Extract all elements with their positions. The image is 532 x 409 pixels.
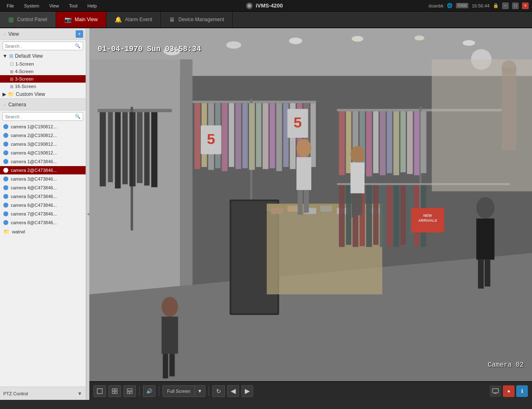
svg-point-2 [249,5,250,7]
camera-item-6[interactable]: camera 2@C473846... [0,166,86,175]
tree-view: ▼ ⊞ Default View ☐ 1-Screen ⊞ 4-Screen ⊟ [0,52,86,98]
collapse-arrow-icon: ◀ [87,212,89,216]
ptz-chevron-icon[interactable]: ▼ [77,391,82,397]
camera-dot-8 [3,185,8,190]
camera-item-7[interactable]: camera 3@C473846... [0,175,86,184]
username-label: doanbk [429,3,443,8]
camera-item-1[interactable]: camera 1@C190812... [0,122,86,131]
camera-dot-1 [3,124,8,129]
close-button[interactable]: × [522,2,529,9]
ram-icon: RAM [456,3,468,8]
svg-rect-112 [97,389,102,394]
tab-control-panel[interactable]: ⊞ Control Panel [0,12,56,27]
camera-item-4[interactable]: camera 4@C190812... [0,149,86,157]
record-button[interactable]: ● [503,385,515,397]
prev-button[interactable]: ◀ [227,385,239,397]
help-menu[interactable]: Help [84,2,100,9]
layout-quad-icon [112,388,118,394]
default-view-header[interactable]: ▼ ⊞ Default View [0,52,86,60]
ptz-section[interactable]: PTZ Control ▼ [0,387,86,400]
monitor-icon [492,388,499,394]
toolbar-sep-2 [159,386,159,396]
file-menu[interactable]: File [3,2,17,9]
camera-item-10[interactable]: camera 6@C473846... [0,201,86,210]
next-icon: ▶ [245,387,250,395]
camera-list: camera 1@C190812... camera 2@C190812... … [0,122,86,387]
view-collapse-icon[interactable]: ▲ [2,32,7,36]
view-search-input[interactable] [3,42,73,50]
view-section-title: View [8,31,19,37]
16-screen-icon: ⊞ [10,84,13,89]
tree-item-4-screen[interactable]: ⊞ 4-Screen [0,68,86,75]
camera-label-5: camera 1@C473846... [11,159,57,164]
tab-control-panel-label: Control Panel [17,17,47,22]
tool-menu[interactable]: Tool [66,2,81,9]
svg-rect-119 [130,392,132,394]
camera-search-button[interactable]: 🔍 [73,113,83,120]
refresh-button[interactable]: ↻ [212,385,225,397]
next-button[interactable]: ▶ [241,385,253,397]
video-area: × [89,28,532,381]
camera-dot-10 [3,203,8,208]
info-icon: ℹ [521,388,523,394]
layout-single-icon [97,388,103,394]
bottom-toolbar: 🔊 Full Screen ▼ ↻ ◀ ▶ [89,381,532,400]
audio-button[interactable]: 🔊 [143,385,155,397]
camera-item-8[interactable]: camera 4@C473846... [0,184,86,192]
alarm-icon: 🔔 [115,16,122,23]
globe-icon: 🌐 [447,3,453,8]
16-screen-label: 16-Screen [15,84,36,89]
title-bar: File System View Tool Help iVMS-4200 doa… [0,0,532,12]
camera-item-11[interactable]: camera 7@C473846... [0,210,86,218]
custom-view-expand-icon: ▶ [2,91,6,97]
camera-collapse-icon[interactable]: ▲ [2,102,7,107]
tab-main-view[interactable]: 📷 Main View [56,12,106,27]
camera-item-2[interactable]: camera 2@C190812... [0,131,86,140]
layout-single-button[interactable] [94,385,106,397]
1-screen-label: 1-Screen [15,61,34,66]
camera-dot-11 [3,211,8,216]
minimize-button[interactable]: − [502,2,509,9]
tab-device-management-label: Device Management [178,17,224,22]
camera-search-input[interactable] [3,113,73,120]
camera-section-header: ▲ Camera [0,99,86,110]
default-view-group: ▼ ⊞ Default View ☐ 1-Screen ⊞ 4-Screen ⊟ [0,52,86,90]
default-view-collapse-icon: ▼ [2,53,7,59]
svg-rect-117 [127,389,132,391]
camera-item-9[interactable]: camera 5@C473846... [0,192,86,201]
camera-item-5[interactable]: camera 1@C473846... [0,157,86,166]
tab-alarm-event[interactable]: 🔔 Alarm Event [106,12,161,27]
layout-quad-button[interactable] [108,385,121,397]
tab-device-management[interactable]: 🖥 Device Management [161,12,233,27]
camera-item-3[interactable]: camera 3@C190812... [0,140,86,149]
system-menu[interactable]: System [21,2,43,9]
add-view-button[interactable]: + [76,30,83,38]
view-search-button[interactable]: 🔍 [73,42,83,50]
audio-icon: 🔊 [146,388,153,394]
camera-search-box: 🔍 [2,112,83,121]
svg-rect-113 [112,389,114,391]
tree-item-3-screen[interactable]: ⊟ 3-Screen [0,75,86,83]
svg-rect-111 [89,28,532,381]
main-view-icon: 📷 [64,16,71,23]
custom-view-header[interactable]: ▶ 📁 Custom View [0,90,86,98]
view-menu[interactable]: View [46,2,62,9]
tree-item-1-screen[interactable]: ☐ 1-Screen [0,60,86,68]
tab-main-view-label: Main View [75,17,98,22]
sidebar-collapse-handle[interactable]: ◀ [86,28,89,400]
monitor-button[interactable] [490,385,501,397]
toolbar-sep-3 [209,386,209,396]
layout-custom-button[interactable] [123,385,136,397]
app-icon [246,2,253,10]
control-panel-icon: ⊞ [8,16,14,24]
info-button[interactable]: ℹ [516,385,528,397]
maximize-button[interactable]: □ [512,2,519,9]
tree-item-16-screen[interactable]: ⊞ 16-Screen [0,83,86,90]
fullscreen-dropdown-arrow[interactable]: ▼ [195,386,205,397]
camera-item-12[interactable]: camera 8@C473846... [0,218,86,227]
camera-label-11: camera 7@C473846... [11,211,57,216]
camera-item-13[interactable]: 📁 watrwl [0,227,86,237]
app-title-area: iVMS-4200 [246,2,283,10]
fullscreen-label[interactable]: Full Screen [163,389,195,394]
fullscreen-dropdown: Full Screen ▼ [163,385,205,397]
